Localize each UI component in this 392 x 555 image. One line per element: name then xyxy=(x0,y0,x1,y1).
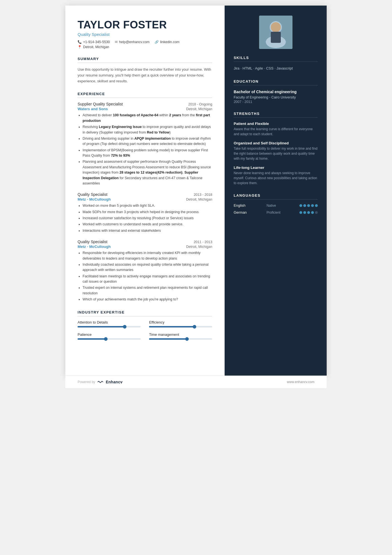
bullet-2-5: Interactions with internal and external … xyxy=(83,228,212,233)
job-entry-1: Supplier Quality Specialist 2018 - Ongoi… xyxy=(78,102,212,186)
skill-label-patience: Patience xyxy=(78,332,141,337)
strength-desc-3: Never done learning and always seeking t… xyxy=(234,171,318,186)
strength-item-3: Life-long Learner Never done learning an… xyxy=(234,166,318,186)
linkedin-item: 🔗 linkedin.com xyxy=(155,40,179,44)
job-company-1: Waters and Sons xyxy=(78,107,108,111)
bullet-2-2: Made SOPs for more than 3 projects which… xyxy=(83,209,212,215)
bullet-3-1: Responsible for developing efficiencies … xyxy=(83,250,212,261)
skill-label-attention: Attention to Details xyxy=(78,320,141,324)
job-location-3: Detroit, Michigan xyxy=(186,245,212,249)
job-company-row-3: Metz - McCullough Detroit, Michigan xyxy=(78,245,212,249)
link-icon: 🔗 xyxy=(155,40,159,44)
footer-website: www.enhancv.com xyxy=(287,380,314,384)
job-entry-3: Quality Specialist 2011 - 2013 Metz - Mc… xyxy=(78,240,212,302)
lang-dots-german xyxy=(299,211,318,214)
email-icon: ✉ xyxy=(115,40,118,44)
powered-by-text: Powered by xyxy=(78,380,95,384)
linkedin-url: linkedin.com xyxy=(160,40,179,44)
dot-e1 xyxy=(299,204,302,207)
edu-degree: Bachelor of Chemical engineering xyxy=(234,89,318,95)
bullet-2-4: Worked with customers to understand need… xyxy=(83,222,212,227)
contact-row: 📞 +1-914-345-5530 ✉ help@enhancv.com 🔗 l… xyxy=(78,40,212,49)
location-text: Detroit, Michigan xyxy=(83,45,109,49)
candidate-name: TAYLOR FOSTER xyxy=(78,19,212,31)
skill-dot-efficiency xyxy=(193,325,196,329)
job-title-1: Supplier Quality Specialist xyxy=(78,102,123,106)
skill-fill-time xyxy=(149,338,187,340)
skills-text: Jira · HTML · Agile · CSS · Javascript xyxy=(234,66,318,71)
job-entry-2: Quality Specialist 2013 - 2018 Metz - Mc… xyxy=(78,192,212,233)
right-column: SKILLS Jira · HTML · Agile · CSS · Javas… xyxy=(225,6,327,376)
dot-e5 xyxy=(315,204,318,207)
phone-icon: 📞 xyxy=(78,40,82,44)
job-header-1: Supplier Quality Specialist 2018 - Ongoi… xyxy=(78,102,212,106)
job-bullets-2: Worked on more than 5 projects with tigh… xyxy=(78,203,212,233)
bullet-3-5: Which of your achievements match the job… xyxy=(83,297,212,302)
industry-expertise-title: INDUSTRY EXPERTISE xyxy=(78,310,212,316)
dot-e3 xyxy=(307,204,310,207)
bullet-1-4: Implementation of BPSM(Boeing problem so… xyxy=(83,148,212,159)
svg-point-3 xyxy=(271,22,281,32)
candidate-title: Quality Specialist xyxy=(78,32,212,37)
phone-number: +1-914-345-5530 xyxy=(83,40,110,44)
strengths-title: STRENGTHS xyxy=(234,112,318,118)
left-column: TAYLOR FOSTER Quality Specialist 📞 +1-91… xyxy=(65,6,225,376)
phone-item: 📞 +1-914-345-5530 xyxy=(78,40,110,44)
skills-section: SKILLS Jira · HTML · Agile · CSS · Javas… xyxy=(225,56,327,71)
email-address: help@enhancv.com xyxy=(119,40,150,44)
skill-bar-efficiency: Efficiency xyxy=(149,320,212,327)
skills-title: SKILLS xyxy=(234,56,318,62)
lang-name-german: German xyxy=(234,210,253,214)
job-date-1: 2018 - Ongoing xyxy=(188,102,212,106)
dot-g4 xyxy=(311,211,314,214)
edu-school: Faculty of Engineering - Cairo Universit… xyxy=(234,95,318,99)
lang-row-english: English Native xyxy=(234,203,318,208)
industry-expertise-section: INDUSTRY EXPERTISE Attention to Details … xyxy=(78,310,212,340)
languages-section: LANGUAGES English Native German Proficie… xyxy=(225,193,327,214)
skill-bar-attention: Attention to Details xyxy=(78,320,141,327)
job-company-row-2: Metz - McCullough Detroit, Michigan xyxy=(78,197,212,201)
lang-level-german: Proficient xyxy=(267,211,286,214)
lang-dots-english xyxy=(299,204,318,207)
lang-row-german: German Proficient xyxy=(234,210,318,214)
bullet-3-2: Individually coached associates on requi… xyxy=(83,262,212,273)
footer-bar: Powered by Enhancv www.enhancv.com xyxy=(65,376,327,388)
experience-title: EXPERIENCE xyxy=(78,92,212,98)
lang-name-english: English xyxy=(234,203,253,208)
summary-section: SUMMARY Use this opportunity to intrigue… xyxy=(78,57,212,84)
resume-header: TAYLOR FOSTER Quality Specialist 📞 +1-91… xyxy=(78,19,212,49)
location-item: 📍 Detroit, Michigan xyxy=(78,45,109,49)
skill-label-efficiency: Efficiency xyxy=(149,320,212,324)
skill-dot-patience xyxy=(104,337,108,341)
job-header-2: Quality Specialist 2013 - 2018 xyxy=(78,192,212,197)
experience-section: EXPERIENCE Supplier Quality Specialist 2… xyxy=(78,92,212,302)
bullet-1-2: Resolving Legacy Engineering Issue to im… xyxy=(83,124,212,135)
candidate-photo xyxy=(259,16,292,49)
bullet-1-1: Achieved to deliver 100 fuselages of Apa… xyxy=(83,113,212,124)
strength-item-2: Organized and Self Disciplined Take full… xyxy=(234,141,318,161)
job-location-2: Detroit, Michigan xyxy=(186,198,212,201)
dot-e2 xyxy=(303,204,306,207)
edu-years: 2007 - 2011 xyxy=(234,100,318,104)
strength-title-3: Life-long Learner xyxy=(234,166,318,170)
lang-level-english: Native xyxy=(267,204,286,208)
job-title-2: Quality Specialist xyxy=(78,192,107,197)
dot-g3 xyxy=(307,211,310,214)
skill-fill-attention xyxy=(78,326,125,327)
bullet-2-3: Increased customer satisfaction by resol… xyxy=(83,216,212,221)
skill-dot-attention xyxy=(123,325,126,329)
skill-label-time: Time management xyxy=(149,332,212,337)
skill-bar-patience: Patience xyxy=(78,332,141,340)
skill-fill-efficiency xyxy=(149,326,195,327)
strength-title-1: Patient and Flexible xyxy=(234,122,318,126)
skill-dot-time xyxy=(185,337,189,341)
skill-track-attention xyxy=(78,326,141,327)
strength-desc-2: Take full responsibility to deliver my w… xyxy=(234,146,318,161)
industry-grid: Attention to Details Efficiency xyxy=(78,320,212,340)
bullet-3-3: Facilitated team meetings to actively en… xyxy=(83,274,212,285)
enhancv-logo-icon xyxy=(97,380,103,384)
job-title-3: Quality Specialist xyxy=(78,240,107,244)
bullet-1-3: Driving and Mentoring supplier in APQP i… xyxy=(83,136,212,147)
skill-track-time xyxy=(149,338,212,340)
dot-g2 xyxy=(303,211,306,214)
